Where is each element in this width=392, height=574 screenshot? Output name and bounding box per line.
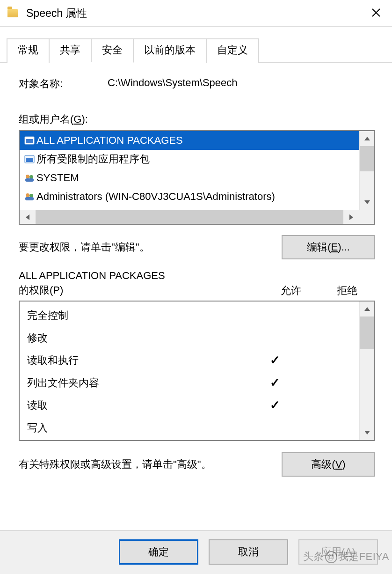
permission-name: 写入 <box>27 421 247 435</box>
tab-sharing[interactable]: 共享 <box>49 38 92 63</box>
ok-button[interactable]: 确定 <box>119 539 198 565</box>
groups-label: 组或用户名(G): <box>19 112 375 126</box>
list-item-label: Administrators (WIN-C80VJ3CUA1S\Administ… <box>36 191 275 203</box>
vertical-scrollbar[interactable] <box>359 302 374 440</box>
horizontal-scrollbar[interactable] <box>20 210 374 224</box>
permission-row[interactable]: 读取✓ <box>20 394 359 417</box>
list-item[interactable]: 所有受限制的应用程序包 <box>20 150 359 169</box>
svg-rect-6 <box>25 178 34 182</box>
permission-name: 列出文件夹内容 <box>27 376 247 390</box>
allow-column-header: 允许 <box>263 284 319 298</box>
object-name-label: 对象名称: <box>19 77 108 91</box>
groups-listbox[interactable]: ALL APPLICATION PACKAGES 所有受限制的应用程序包 SYS… <box>19 130 375 225</box>
advanced-button[interactable]: 高级(V) <box>282 452 375 477</box>
list-item[interactable]: ALL APPLICATION PACKAGES <box>20 131 359 150</box>
permission-name: 完全控制 <box>27 309 247 323</box>
tab-label: 自定义 <box>217 44 248 56</box>
tab-label: 安全 <box>102 44 123 56</box>
permission-name: 读取 <box>27 398 247 412</box>
scroll-track[interactable] <box>360 349 374 425</box>
list-item[interactable]: Administrators (WIN-C80VJ3CUA1S\Administ… <box>20 187 359 206</box>
permission-name: 修改 <box>27 331 247 345</box>
tab-label: 以前的版本 <box>144 44 196 56</box>
list-item[interactable]: SYSTEM <box>20 169 359 187</box>
window-title: Speech 属性 <box>26 6 366 21</box>
scroll-corner <box>359 210 374 224</box>
title-bar: Speech 属性 <box>0 0 392 26</box>
close-icon <box>371 8 381 17</box>
close-button[interactable] <box>366 6 386 21</box>
scroll-thumb[interactable] <box>36 210 343 224</box>
permission-row[interactable]: 修改 <box>20 327 359 349</box>
allow-check: ✓ <box>247 353 303 368</box>
allow-check: ✓ <box>247 375 303 390</box>
tab-security[interactable]: 安全 <box>91 38 134 63</box>
allow-check: ✓ <box>247 398 303 412</box>
scroll-down-button[interactable] <box>360 195 374 210</box>
scroll-right-button[interactable] <box>343 210 359 224</box>
scroll-thumb[interactable] <box>360 316 374 349</box>
tab-strip: 常规 共享 安全 以前的版本 自定义 <box>0 27 392 63</box>
folder-icon <box>7 9 18 17</box>
vertical-scrollbar[interactable] <box>359 131 374 210</box>
users-icon <box>22 174 36 182</box>
package-icon <box>22 136 36 145</box>
cancel-button[interactable]: 取消 <box>209 539 288 565</box>
permission-row[interactable]: 列出文件夹内容✓ <box>20 372 359 394</box>
tab-customize[interactable]: 自定义 <box>206 38 259 63</box>
permissions-for-label: ALL APPLICATION PACKAGES 的权限(P) <box>19 269 263 298</box>
object-name-value: C:\Windows\System\Speech <box>108 77 375 91</box>
scroll-up-button[interactable] <box>360 131 374 146</box>
tab-label: 常规 <box>18 44 38 56</box>
scroll-track[interactable] <box>360 171 374 195</box>
deny-column-header: 拒绝 <box>319 284 375 298</box>
edit-button[interactable]: 编辑(E)... <box>282 235 375 259</box>
permission-row[interactable]: 完全控制 <box>20 304 359 327</box>
advanced-hint: 有关特殊权限或高级设置，请单击"高级"。 <box>19 457 211 471</box>
svg-rect-9 <box>25 197 34 200</box>
permission-name: 读取和执行 <box>27 353 247 368</box>
permission-row[interactable]: 写入 <box>20 417 359 439</box>
svg-point-7 <box>26 193 29 197</box>
scroll-up-button[interactable] <box>360 302 374 316</box>
edit-hint: 要更改权限，请单击"编辑"。 <box>19 240 150 254</box>
scroll-down-button[interactable] <box>360 425 374 440</box>
svg-rect-3 <box>26 158 33 162</box>
list-item-label: ALL APPLICATION PACKAGES <box>36 134 183 147</box>
users-icon <box>22 192 36 201</box>
list-item-label: SYSTEM <box>36 172 79 184</box>
scroll-left-button[interactable] <box>20 210 36 224</box>
security-panel: 对象名称: C:\Windows\System\Speech 组或用户名(G):… <box>0 63 392 482</box>
list-item-label: 所有受限制的应用程序包 <box>36 152 150 166</box>
apply-button[interactable]: 应用(A) <box>298 539 378 565</box>
tab-previous-versions[interactable]: 以前的版本 <box>133 38 207 63</box>
permission-row[interactable]: 读取和执行✓ <box>20 349 359 372</box>
permissions-listbox[interactable]: 完全控制修改读取和执行✓列出文件夹内容✓读取✓写入 <box>19 301 375 441</box>
package-icon <box>22 155 36 163</box>
svg-point-4 <box>26 175 29 178</box>
tab-label: 共享 <box>60 44 80 56</box>
svg-rect-1 <box>26 139 33 143</box>
scroll-thumb[interactable] <box>360 146 374 171</box>
svg-point-8 <box>29 194 33 198</box>
svg-point-5 <box>29 175 33 179</box>
dialog-footer: 确定 取消 应用(A) <box>0 530 392 574</box>
tab-general[interactable]: 常规 <box>7 38 50 63</box>
